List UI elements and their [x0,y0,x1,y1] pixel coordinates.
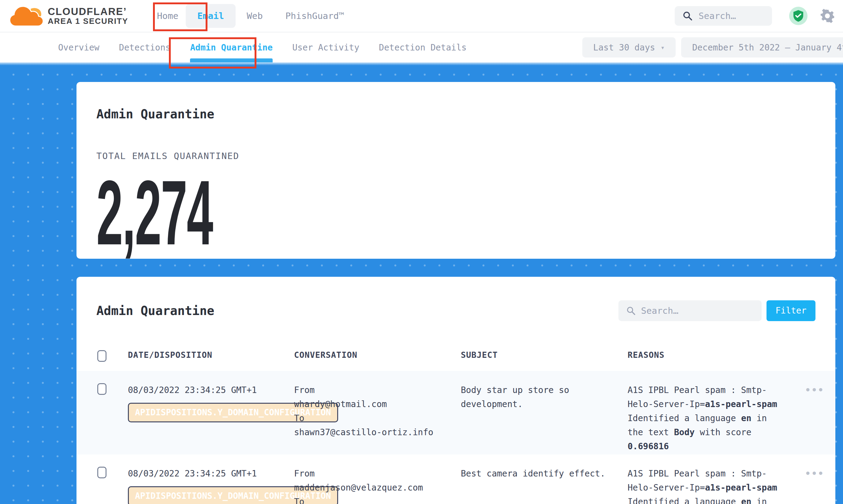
range-selector-label: Last 30 days [593,42,655,53]
row-checkbox[interactable] [97,383,106,395]
col-reasons: REASONS [628,350,800,362]
row-reasons: A1S IPBL Pearl spam : Smtp-Helo-Server-I… [628,467,800,504]
tab-user-activity[interactable]: User Activity [292,32,359,62]
col-subject: SUBJECT [461,350,628,362]
reason-segment: with score [695,427,751,437]
tab-detection-details[interactable]: Detection Details [379,32,467,62]
reason-segment: Identified a language [628,497,741,504]
row-conversation: From whardy@hotmail.com To shawn37@casti… [294,383,461,454]
from-email[interactable]: whardy@hotmail.com [294,397,450,411]
cloudflare-cloud-icon [9,5,43,27]
row-date: 08/03/2022 23:34:25 GMT+1 [128,467,282,481]
reason-segment: en [741,497,752,504]
chevron-down-icon: ▾ [661,44,665,51]
row-checkbox[interactable] [97,467,106,478]
tab-detections[interactable]: Detections [119,32,171,62]
metric-value: 2,274 [96,167,470,258]
primary-nav: Home Email Web PhishGuard™ [155,4,346,28]
col-conversation: CONVERSATION [294,350,461,362]
protection-status-badge[interactable] [789,7,808,25]
col-date-disposition: DATE/DISPOSITION [128,350,294,362]
quarantine-table: DATE/DISPOSITION CONVERSATION SUBJECT RE… [76,341,835,504]
reason-segment: a1s-pearl-spam [705,399,777,409]
row-conversation: From maddenjason@velazquez.com To bradle… [294,467,461,504]
global-search-input[interactable]: Search… [675,6,772,26]
reason-segment: 0.696816 [628,441,669,451]
date-range-label: December 5th 2022 — January 4th 2023 [692,42,843,53]
main-content: Admin Quarantine TOTAL EMAILS QUARANTINE… [0,62,843,504]
date-range-display[interactable]: December 5th 2022 — January 4th 2023 [681,37,843,57]
table-row: 08/03/2022 23:34:25 GMT+1 APIDISPOSITION… [76,371,835,454]
row-date: 08/03/2022 23:34:25 GMT+1 [128,383,282,397]
global-search-placeholder: Search… [699,11,736,21]
to-label: To [294,411,450,426]
quarantine-table-card: Admin Quarantine Search… Filter DATE/DIS… [76,277,835,504]
reason-segment: Body [674,427,695,437]
row-more-icon[interactable]: ••• [805,468,824,479]
row-subject: Body star up store so development. [461,383,628,454]
filter-button[interactable]: Filter [767,300,815,321]
cloudflare-logo: CLOUDFLARE’ AREA 1 SECURITY [9,5,128,27]
from-label: From [294,467,450,481]
nav-item-email[interactable]: Email [186,4,235,28]
range-selector-dropdown[interactable]: Last 30 days ▾ [582,37,676,57]
select-all-checkbox[interactable] [97,350,106,362]
nav-item-web[interactable]: Web [245,11,264,21]
table-search-placeholder: Search… [641,306,679,316]
reason-segment: a1s-pearl-spam [705,483,777,493]
search-icon [683,11,692,21]
table-card-title: Admin Quarantine [96,302,214,319]
shield-check-icon [792,10,804,22]
reason-segment: Identified a language [628,413,741,423]
row-subject: Best camera identify effect. [461,467,628,504]
summary-card: Admin Quarantine TOTAL EMAILS QUARANTINE… [76,82,835,259]
reason-segment: en [741,413,752,423]
to-email[interactable]: shawn37@castillo-ortiz.info [294,426,450,439]
settings-gear-icon[interactable] [820,9,835,23]
brand-subname: AREA 1 SECURITY [48,17,128,25]
nav-item-home[interactable]: Home [155,11,180,21]
metric-label: TOTAL EMAILS QUARANTINED [96,151,815,161]
top-navbar: CLOUDFLARE’ AREA 1 SECURITY Home Email W… [0,0,843,32]
to-label: To [294,495,450,504]
tab-overview[interactable]: Overview [58,32,100,62]
nav-item-phishguard[interactable]: PhishGuard™ [284,11,346,21]
from-label: From [294,383,450,397]
search-icon [626,306,635,315]
table-header-row: DATE/DISPOSITION CONVERSATION SUBJECT RE… [76,341,835,371]
row-reasons: A1S IPBL Pearl spam : Smtp-Helo-Server-I… [628,383,800,454]
table-search-input[interactable]: Search… [618,300,761,321]
table-row: 08/03/2022 23:34:25 GMT+1 APIDISPOSITION… [76,454,835,504]
row-more-icon[interactable]: ••• [805,385,824,395]
section-tabbar: Overview Detections Admin Quarantine Use… [0,32,843,62]
from-email[interactable]: maddenjason@velazquez.com [294,481,450,495]
tab-admin-quarantine[interactable]: Admin Quarantine [190,32,273,62]
brand-name: CLOUDFLARE’ [48,6,128,17]
summary-card-title: Admin Quarantine [96,106,815,123]
